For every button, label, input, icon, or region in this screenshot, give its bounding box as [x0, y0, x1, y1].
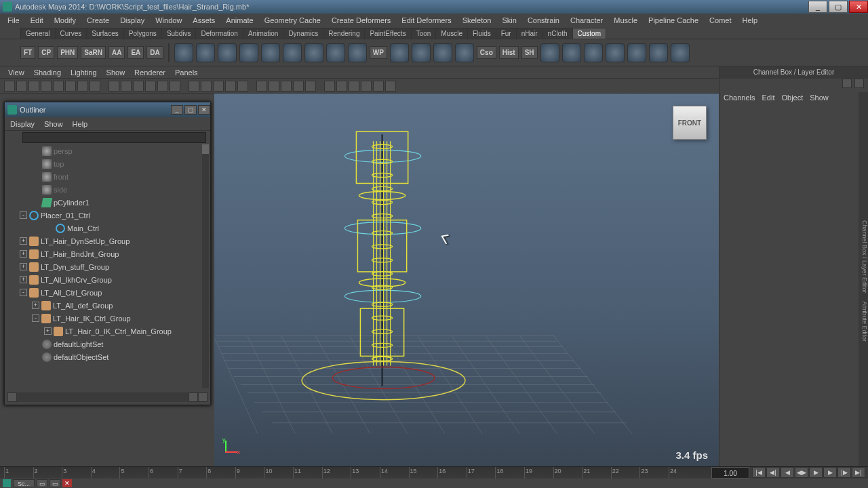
- step-fwd-key-button[interactable]: |▶: [837, 467, 851, 478]
- shelf-tab-toon[interactable]: Toon: [411, 28, 437, 39]
- outliner-item[interactable]: pCylinder1: [7, 196, 201, 209]
- shelf-tab-subdivs[interactable]: Subdivs: [161, 28, 197, 39]
- channel-tab-show[interactable]: Show: [810, 94, 829, 102]
- expand-toggle[interactable]: +: [44, 327, 52, 335]
- menu-window[interactable]: Window: [151, 15, 186, 26]
- shelf-tab-dynamics[interactable]: Dynamics: [283, 28, 323, 39]
- shelf-icon[interactable]: [627, 43, 646, 62]
- task-button[interactable]: ▭: [37, 479, 47, 487]
- shelf-icon[interactable]: [584, 43, 603, 62]
- current-frame[interactable]: 1.00: [711, 467, 749, 479]
- shelf-tab-nhair[interactable]: nHair: [516, 28, 543, 39]
- outliner-item[interactable]: +LT_All_IkhCrv_Group: [7, 273, 201, 286]
- channel-tab-object[interactable]: Object: [781, 94, 803, 102]
- view-cube[interactable]: FRONT: [673, 106, 707, 140]
- outliner-menu-help[interactable]: Help: [73, 120, 88, 128]
- outliner-item[interactable]: -Placer_01_Ctrl: [7, 209, 201, 222]
- outliner-item[interactable]: Main_Ctrl: [7, 222, 201, 235]
- shelf-tab-polygons[interactable]: Polygons: [123, 28, 162, 39]
- expand-toggle[interactable]: -: [32, 314, 39, 322]
- expand-toggle[interactable]: -: [20, 289, 27, 296]
- outliner-tree[interactable]: persptopfrontsidepCylinder1-Placer_01_Ct…: [7, 144, 201, 388]
- scroll-right-button[interactable]: [189, 392, 198, 402]
- outliner-menu-display[interactable]: Display: [10, 120, 35, 128]
- viewport-3d[interactable]: FRONT 3.4 fps y x: [214, 94, 719, 466]
- channel-tab-edit[interactable]: Edit: [762, 94, 774, 102]
- shelf-icon[interactable]: [326, 43, 345, 62]
- shelf-btn-ea[interactable]: EA: [127, 46, 144, 59]
- shelf-icon[interactable]: [433, 43, 452, 62]
- shelf-icon[interactable]: [540, 43, 559, 62]
- viewport-tool-icon[interactable]: [108, 81, 119, 92]
- menu-comet[interactable]: Comet: [705, 15, 736, 26]
- viewport-tool-icon[interactable]: [256, 81, 267, 92]
- shelf-btn-cp[interactable]: CP: [38, 46, 54, 59]
- channel-tab-channels[interactable]: Channels: [724, 94, 755, 102]
- viewport-tool-icon[interactable]: [373, 81, 384, 92]
- timeline-track[interactable]: 123456789101112131415161718192021222324: [0, 467, 711, 479]
- viewport-tool-icon[interactable]: [41, 81, 52, 92]
- viewport-tool-icon[interactable]: [145, 81, 156, 92]
- expand-toggle[interactable]: +: [32, 302, 39, 309]
- viewport-tool-icon[interactable]: [16, 81, 27, 92]
- shelf-tab-animation[interactable]: Animation: [243, 28, 283, 39]
- outliner-search-input[interactable]: [22, 132, 206, 143]
- expand-toggle[interactable]: -: [20, 211, 27, 219]
- menu-create-deformers[interactable]: Create Deformers: [327, 15, 395, 26]
- close-button[interactable]: ✕: [849, 1, 868, 13]
- shelf-tab-curves[interactable]: Curves: [55, 28, 87, 39]
- viewport-tool-icon[interactable]: [121, 81, 132, 92]
- shelf-btn-sh[interactable]: SH: [521, 46, 538, 59]
- outliner-item[interactable]: side: [7, 183, 201, 196]
- menu-assets[interactable]: Assets: [188, 15, 220, 26]
- shelf-icon[interactable]: [304, 43, 323, 62]
- viewport-tool-icon[interactable]: [281, 81, 292, 92]
- outliner-item[interactable]: +LT_Hair_BndJnt_Group: [7, 247, 201, 260]
- shelf-icon[interactable]: [261, 43, 280, 62]
- menu-edit[interactable]: Edit: [26, 15, 48, 26]
- go-to-end-button[interactable]: ▶|: [852, 467, 865, 478]
- viewport-tool-icon[interactable]: [324, 81, 335, 92]
- menu-character[interactable]: Character: [566, 15, 608, 26]
- panel-menu-show[interactable]: Show: [102, 68, 130, 77]
- shelf-icon[interactable]: [196, 43, 215, 62]
- outliner-item[interactable]: defaultObjectSet: [7, 350, 201, 363]
- viewport-tool-icon[interactable]: [237, 81, 248, 92]
- shelf-icon[interactable]: [174, 43, 193, 62]
- shelf-icon[interactable]: [412, 43, 431, 62]
- menu-animate[interactable]: Animate: [221, 15, 258, 26]
- shelf-icon[interactable]: [455, 43, 474, 62]
- menu-file[interactable]: File: [3, 15, 24, 26]
- shelf-tab-rendering[interactable]: Rendering: [323, 28, 365, 39]
- shelf-tab-ncloth[interactable]: nCloth: [542, 28, 573, 39]
- viewport-tool-icon[interactable]: [133, 81, 144, 92]
- outliner-max-button[interactable]: ▢: [184, 105, 197, 115]
- shelf-icon[interactable]: [562, 43, 581, 62]
- panel-menu-renderer[interactable]: Renderer: [130, 68, 170, 77]
- viewport-tool-icon[interactable]: [90, 81, 100, 92]
- shelf-btn-da[interactable]: DA: [146, 46, 163, 59]
- shelf-btn-wp[interactable]: WP: [370, 46, 387, 59]
- outliner-min-button[interactable]: _: [171, 105, 183, 115]
- minimize-button[interactable]: _: [808, 1, 827, 13]
- outliner-titlebar[interactable]: Outliner _ ▢ ✕: [5, 102, 210, 117]
- viewport-tool-icon[interactable]: [53, 81, 64, 92]
- panel-menu-lighting[interactable]: Lighting: [66, 68, 101, 77]
- menu-geometry-cache[interactable]: Geometry Cache: [260, 15, 326, 26]
- shelf-btn-sarn[interactable]: SaRN: [81, 46, 106, 59]
- shelf-tab-fluids[interactable]: Fluids: [467, 28, 496, 39]
- shelf-btn-phn[interactable]: PHN: [57, 46, 78, 59]
- menu-help[interactable]: Help: [738, 15, 763, 26]
- shelf-icon[interactable]: [239, 43, 258, 62]
- shelf-tab-surfaces[interactable]: Surfaces: [86, 28, 123, 39]
- scroll-right-button[interactable]: [198, 392, 208, 402]
- outliner-menu-show[interactable]: Show: [44, 120, 63, 128]
- viewport-tool-icon[interactable]: [170, 81, 180, 92]
- menu-create[interactable]: Create: [82, 15, 114, 26]
- viewport-tool-icon[interactable]: [77, 81, 88, 92]
- viewport-tool-icon[interactable]: [361, 81, 372, 92]
- maximize-button[interactable]: ▢: [829, 1, 848, 13]
- viewport-tool-icon[interactable]: [349, 81, 359, 92]
- step-back-button[interactable]: ◀: [781, 467, 794, 478]
- shelf-btn-ft[interactable]: FT: [20, 46, 35, 59]
